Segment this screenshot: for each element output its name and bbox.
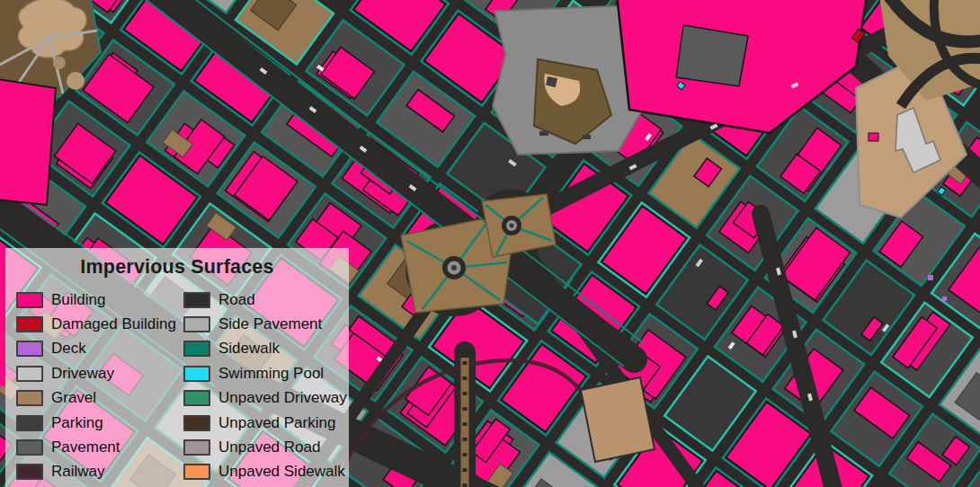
- legend-item-label: Sidewalk: [218, 340, 280, 358]
- legend-item: Deck: [16, 340, 183, 358]
- legend-item: Gravel: [16, 389, 183, 407]
- legend-item: Pavement: [16, 438, 183, 456]
- legend-item-label: Unpaved Parking: [218, 414, 335, 432]
- building-courtyard: [676, 25, 748, 86]
- legend-swatch: [16, 390, 43, 406]
- map-view: Impervious Surfaces Building Damaged Bui…: [0, 0, 980, 487]
- gravel-block-south: [581, 377, 655, 462]
- roundabout-west-core: [451, 265, 457, 270]
- legend-item: Swimming Pool: [183, 365, 349, 383]
- legend-item: Building: [16, 291, 183, 309]
- deck-speck: [942, 297, 947, 301]
- legend-swatch: [183, 464, 210, 480]
- roundabout-east-core: [510, 224, 514, 228]
- legend-swatch: [183, 316, 210, 332]
- legend-item-label: Gravel: [51, 389, 96, 407]
- legend-swatch: [183, 390, 210, 406]
- legend-item-label: Railway: [51, 463, 105, 481]
- legend-swatch: [16, 439, 43, 456]
- legend-item-label: Driveway: [51, 365, 114, 383]
- park-feature: [67, 72, 85, 90]
- small-building: [869, 133, 878, 141]
- legend-swatch: [16, 464, 43, 480]
- legend-swatch: [16, 366, 43, 382]
- legend-item: Damaged Building: [16, 315, 183, 333]
- legend-item: Unpaved Driveway: [183, 389, 349, 407]
- legend-item-label: Pavement: [51, 438, 120, 456]
- legend-item: Sidewalk: [183, 340, 349, 358]
- legend-item: Unpaved Parking: [183, 414, 349, 432]
- legend-panel: Impervious Surfaces Building Damaged Bui…: [5, 248, 349, 487]
- legend-swatch: [183, 439, 210, 456]
- legend-grid: Building Damaged Building Deck Driveway …: [16, 288, 349, 484]
- legend-item-label: Building: [51, 291, 106, 309]
- legend-item-label: Damaged Building: [51, 315, 176, 333]
- baseball-dugout: [583, 135, 591, 139]
- legend-swatch: [183, 415, 210, 431]
- legend-item-label: Swimming Pool: [218, 365, 324, 383]
- legend-item: Parking: [16, 414, 183, 432]
- legend-item-label: Unpaved Driveway: [218, 389, 347, 407]
- legend-item-label: Road: [218, 291, 255, 309]
- legend-swatch: [183, 292, 210, 308]
- legend-swatch: [16, 292, 43, 308]
- legend-item-label: Parking: [51, 414, 103, 432]
- legend-item-label: Side Pavement: [218, 315, 322, 333]
- legend-item: Road: [183, 291, 349, 309]
- legend-item: Unpaved Sidewalk: [183, 463, 349, 481]
- legend-item: Railway: [16, 463, 183, 481]
- park-feature: [53, 57, 66, 69]
- large-building-west: [0, 79, 56, 205]
- legend-item: Unpaved Road: [183, 438, 349, 456]
- deck-speck: [928, 275, 933, 280]
- legend-item-label: Unpaved Sidewalk: [218, 463, 345, 481]
- legend-swatch: [16, 316, 43, 332]
- legend-item: Side Pavement: [183, 315, 349, 333]
- legend-item: Driveway: [16, 365, 183, 383]
- legend-title: Impervious Surfaces: [5, 256, 349, 279]
- legend-item-label: Deck: [51, 340, 86, 358]
- legend-swatch: [16, 341, 43, 357]
- legend-swatch: [183, 341, 210, 357]
- legend-swatch: [16, 415, 43, 431]
- legend-item-label: Unpaved Road: [218, 438, 320, 456]
- legend-swatch: [183, 366, 210, 382]
- baseball-dugout: [539, 131, 548, 136]
